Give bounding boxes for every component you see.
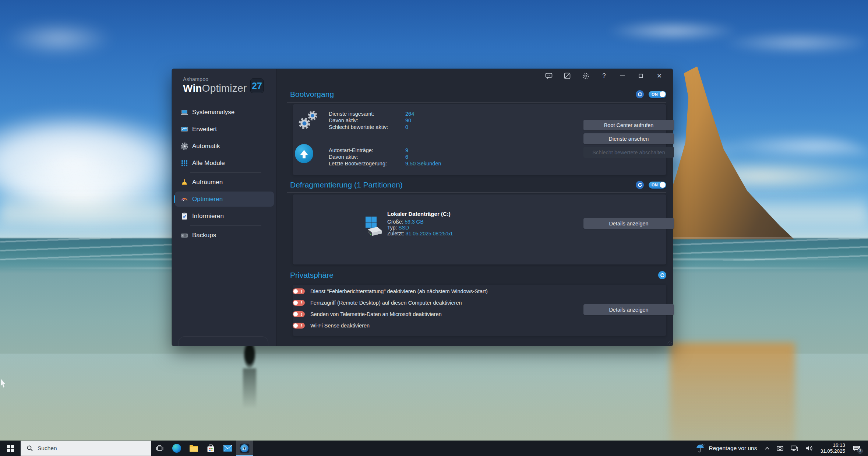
privacy-toggle-row: ! Fernzugriff (Remote Desktop) auf diese… (293, 300, 462, 306)
clock[interactable]: 16:13 31.05.2025 (816, 442, 849, 454)
sidebar-item-alle-module[interactable]: Alle Module (175, 155, 274, 171)
winoptimizer-icon-version: 27 (242, 446, 246, 450)
windows-logo-icon (7, 445, 14, 452)
drive-last-row: Zuletzt: 31.05.2025 08:25:51 (387, 231, 453, 236)
privacy-toggle-off[interactable]: ! (293, 300, 305, 306)
section-divider (287, 192, 666, 193)
app-logo: Ashampoo WinOptimizer (183, 76, 247, 94)
wallpaper-cloud (4, 22, 114, 55)
meet-now-icon (776, 445, 784, 452)
folder-icon (189, 445, 198, 452)
privacy-card: ! Dienst "Fehlerberichterstattung" deakt… (293, 285, 666, 336)
drive-name: Lokaler Datenträger (C:) (387, 211, 451, 217)
privacy-toggle-off[interactable]: ! (293, 288, 305, 294)
sidebar-item-automatik[interactable]: Automatik (175, 138, 274, 154)
dienste-ansehen-button[interactable]: Dienste ansehen (583, 133, 674, 144)
refresh-icon[interactable] (658, 271, 666, 279)
stat-row: Davon aktiv:90 (329, 117, 411, 123)
tray-chevron-up[interactable] (761, 441, 773, 456)
drive-type-label: Typ: (387, 225, 397, 231)
boot-center-button[interactable]: Boot Center aufrufen (583, 120, 674, 130)
defrag-toggle[interactable]: ON (649, 182, 666, 189)
toggle-label: ON (652, 183, 658, 187)
sidebar-item-systemanalyse[interactable]: Systemanalyse (175, 105, 274, 120)
tray-meet-now[interactable] (773, 441, 787, 456)
privacy-toggle-row: ! Dienst "Fehlerberichterstattung" deakt… (293, 288, 488, 294)
warning-mark: ! (301, 323, 302, 328)
privacy-toggle-label: Senden von Telemetrie-Daten an Microsoft… (310, 311, 442, 317)
wallpaper-person-reflection (243, 368, 256, 409)
stat-label: Autostart-Einträge: (329, 147, 405, 153)
privacy-toggle-label: Wi-Fi Sense deaktivieren (310, 323, 370, 329)
bootvorgang-card: Dienste insgesamt:264 Davon aktiv:90 Sch… (293, 104, 666, 175)
drive-icon (363, 216, 383, 239)
brand-product: WinOptimizer (183, 83, 247, 94)
section-divider (287, 283, 666, 283)
notification-center-button[interactable]: 3 (849, 441, 866, 456)
drive-last-label: Zuletzt: (387, 231, 404, 236)
sidebar-item-informieren[interactable]: Informieren (175, 208, 274, 224)
bootvorgang-toggle[interactable]: ON (649, 91, 666, 98)
tray-volume[interactable] (802, 441, 816, 456)
mail-taskbar-button[interactable] (219, 441, 236, 456)
winoptimizer-icon: 27 (240, 443, 250, 453)
sidebar-item-aufraeumen[interactable]: Aufräumen (175, 175, 274, 190)
defrag-header: Defragmentierung (1 Partitionen) ON (287, 179, 666, 191)
refresh-icon[interactable] (636, 181, 644, 189)
autostart-arrow-icon (295, 144, 313, 163)
weather-widget[interactable]: Regentage vor uns (691, 443, 761, 453)
sidebar-item-label: Alle Module (192, 159, 225, 167)
edge-taskbar-button[interactable] (168, 441, 185, 456)
wallpaper-cliff-reflection (670, 343, 795, 456)
speedometer-icon (180, 195, 189, 204)
section-divider (287, 102, 666, 103)
start-button[interactable] (0, 441, 21, 456)
privacy-toggle-off[interactable]: ! (293, 311, 305, 317)
stat-row: Autostart-Einträge:9 (329, 147, 408, 153)
toggle-label: ON (652, 92, 658, 97)
clipboard-check-icon (180, 212, 189, 221)
sidebar-item-backups[interactable]: Backups (175, 228, 274, 243)
stat-value: 264 (405, 111, 414, 117)
sidebar-item-label: Backups (192, 232, 216, 239)
sidebar-nav: Systemanalyse Erweitert Automatik (172, 103, 277, 245)
refresh-icon[interactable] (636, 90, 644, 98)
section-title: Privatsphäre (290, 271, 334, 280)
brand-product-bold: Win (183, 83, 202, 94)
task-view-button[interactable] (151, 441, 168, 456)
system-tray: Regentage vor uns 16:13 31.05.2025 3 (691, 441, 868, 456)
mail-icon (223, 445, 232, 452)
gear-play-icon (180, 142, 189, 151)
chevron-up-icon (765, 446, 770, 450)
sidebar-item-label: Informieren (192, 213, 224, 220)
sidebar-divider (190, 172, 261, 173)
stat-label: Dienste insgesamt: (329, 111, 405, 117)
sidebar-item-label: Erweitert (192, 126, 217, 133)
tray-network[interactable] (787, 441, 802, 456)
privacy-toggle-row: ! Senden von Telemetrie-Daten an Microso… (293, 311, 442, 317)
sidebar-item-erweitert[interactable]: Erweitert (175, 122, 274, 137)
store-taskbar-button[interactable] (202, 441, 219, 456)
drive-size-row: Größe: 59,3 GB (387, 219, 424, 225)
privacy-details-button[interactable]: Details anzeigen (583, 304, 674, 315)
privacy-toggle-label: Fernzugriff (Remote Desktop) auf diesen … (310, 300, 462, 306)
privacy-toggle-label: Dienst "Fehlerberichterstattung" deaktiv… (310, 288, 488, 294)
winoptimizer-taskbar-button[interactable]: 27 (236, 441, 253, 456)
drive-last-value: 31.05.2025 08:25:51 (406, 231, 453, 236)
defrag-details-button[interactable]: Details anzeigen (583, 218, 674, 229)
stat-row: Dienste insgesamt:264 (329, 111, 414, 117)
stat-value: 90 (405, 117, 411, 123)
sidebar-item-optimieren[interactable]: Optimieren (175, 192, 274, 207)
sidebar-item-label: Automatik (192, 143, 220, 150)
task-view-icon (156, 445, 164, 452)
section-title: Bootvorgang (290, 90, 334, 99)
privacy-toggle-row: ! Wi-Fi Sense deaktivieren (293, 323, 370, 329)
stat-value: 9 (405, 147, 408, 153)
wallpaper-cloud (589, 7, 868, 66)
stat-label: Schlecht bewertete aktiv: (329, 124, 405, 130)
privacy-toggle-off[interactable]: ! (293, 323, 305, 329)
taskbar-search-input[interactable]: Suchen (21, 441, 151, 456)
stat-label: Davon aktiv: (329, 154, 405, 160)
umbrella-rain-icon (695, 443, 705, 453)
explorer-taskbar-button[interactable] (185, 441, 202, 456)
